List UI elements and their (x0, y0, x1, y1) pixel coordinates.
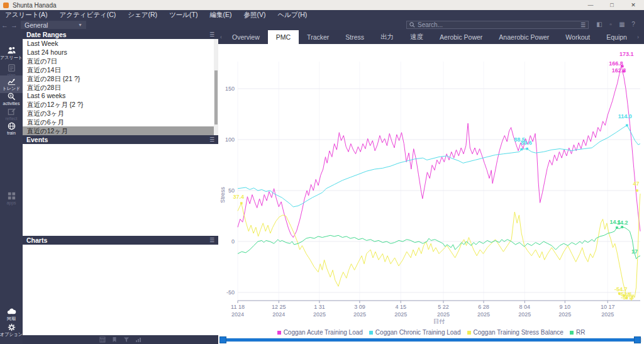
tab-scroll-right-icon[interactable]: › (635, 34, 641, 40)
menu-item[interactable]: 編集(E) (210, 11, 232, 19)
date-slider-handle-right[interactable] (634, 336, 641, 343)
date-range-item[interactable]: 直近の6ヶ月 (23, 118, 214, 126)
sidebar-item-athlete[interactable]: アスリート (0, 46, 23, 62)
date-range-item[interactable]: 直近の28日 {21 ?} (23, 74, 214, 83)
filter-icon[interactable] (123, 336, 130, 343)
events-menu-icon[interactable]: ☰ (209, 136, 214, 143)
pmc-chart-area[interactable]: 150100500-50Stress11 18202412 2520241 31… (218, 44, 644, 344)
date-ranges-title: Date Ranges (26, 31, 67, 38)
tab-anaerobic-power[interactable]: Anaerobic Power (491, 30, 557, 44)
legend-item[interactable]: RR (570, 329, 585, 336)
close-button[interactable]: ✕ (623, 0, 644, 10)
date-range-item[interactable]: 直近の12ヶ月 (23, 126, 214, 135)
calendar-icon[interactable] (99, 336, 106, 343)
date-range-item[interactable]: Last 24 hours (23, 48, 214, 57)
tab--[interactable]: 速度 (402, 30, 431, 44)
search-input[interactable]: Search... ☰ (406, 21, 589, 29)
perspective-select[interactable]: General ▼ (21, 21, 86, 29)
sidebar-item-label: reflect (0, 116, 23, 121)
toggle-sidebar-icon[interactable]: ◧ (595, 21, 604, 29)
tab-scroll-left-icon[interactable]: ‹ (218, 34, 224, 40)
tab-pmc[interactable]: PMC (268, 30, 299, 44)
data-point-label: 166.8 (609, 60, 623, 67)
menu-item[interactable]: アクティビティ(C) (59, 11, 116, 19)
train-icon (7, 121, 16, 131)
charts-menu-icon[interactable]: ☰ (209, 237, 214, 243)
tab-aerobic-power[interactable]: Aerobic Power (431, 30, 491, 44)
x-tick-label-year: 2025 (601, 311, 614, 318)
date-range-item[interactable]: Last 6 weeks (23, 91, 214, 100)
x-tick-label-year: 2025 (437, 311, 450, 318)
date-range-item[interactable]: 直近の28日 (23, 83, 214, 92)
sidebar-item-activities[interactable]: activities (0, 92, 23, 108)
forward-button[interactable]: → (9, 21, 19, 29)
sidebar-item-apps[interactable]: apps (0, 191, 23, 208)
date-slider-handle-left[interactable] (219, 336, 226, 343)
toggle-lowbar-icon[interactable]: ▫ (606, 21, 615, 29)
legend-label: Coggan Chronic Training Load (375, 329, 461, 336)
series-line-1 (238, 125, 640, 207)
maximize-button[interactable]: □ (601, 0, 623, 10)
sidebar-item-train[interactable]: train (0, 121, 23, 138)
charts-list[interactable] (23, 245, 218, 335)
activities-icon (7, 92, 16, 101)
menu-item[interactable]: アスリート(A) (5, 11, 47, 19)
charts-header: Charts ☰ (23, 236, 218, 245)
back-button[interactable]: ← (0, 21, 9, 29)
legend-label: Coggan Acute Training Load (284, 329, 363, 336)
bookmark-icon[interactable] (111, 336, 118, 343)
menu-item[interactable]: ツール(T) (169, 11, 197, 19)
series-line-2 (238, 194, 640, 301)
sidebar-item-options[interactable]: オプション (0, 323, 23, 339)
data-point-label: 89.6 (521, 140, 532, 146)
x-axis-title: 日付 (433, 318, 445, 325)
help-icon[interactable]: ? (629, 21, 638, 29)
sidebar-item-trends[interactable]: トレンド (0, 75, 23, 93)
legend-item[interactable]: Coggan Training Stress Balance (467, 329, 564, 336)
x-tick-label: 3 09 (354, 304, 365, 310)
legend-item[interactable]: Coggan Chronic Training Load (369, 329, 461, 336)
date-range-item[interactable]: 直近の14日 (23, 65, 214, 74)
x-tick-label: 12 25 (272, 304, 286, 310)
data-point-marker (636, 189, 638, 192)
sidebar-item-sync[interactable]: 同期 (0, 307, 23, 323)
chart-legend: Coggan Acute Training LoadCoggan Chronic… (218, 328, 644, 336)
tab-equipn[interactable]: Equipn (598, 30, 635, 44)
x-tick-label-year: 2025 (558, 311, 571, 318)
date-ranges-menu-icon[interactable]: ☰ (209, 31, 214, 38)
tab-workout[interactable]: Workout (557, 30, 598, 44)
menu-item[interactable]: 参照(V) (244, 11, 266, 19)
legend-swatch (467, 331, 471, 335)
date-range-item[interactable]: 直近の3ヶ月 (23, 109, 214, 118)
sidebar-item-label: トレンド (0, 86, 23, 91)
events-list[interactable] (23, 144, 218, 236)
tab-bar: ‹ OverviewPMCTrackerStress出力速度Aerobic Po… (218, 30, 644, 44)
date-range-item[interactable]: Last Week (23, 39, 214, 48)
app-sidebar: アスリートplanトレンドactivitiesreflecttrainapps同… (0, 30, 23, 344)
pmc-chart-canvas[interactable]: 150100500-50Stress11 18202412 2520241 31… (218, 44, 644, 327)
tab-tracker[interactable]: Tracker (299, 30, 337, 44)
menu-item[interactable]: ヘルプ(H) (278, 11, 308, 19)
minimize-button[interactable]: — (580, 0, 601, 10)
chart-icon[interactable] (135, 336, 142, 343)
add-chart-button[interactable]: + (641, 33, 644, 41)
menu-item[interactable]: シェア(R) (128, 11, 157, 19)
search-menu-icon[interactable]: ☰ (580, 22, 586, 28)
date-range-item[interactable]: 直近の12ヶ月 {2 ?} (23, 100, 214, 109)
tab-stress[interactable]: Stress (337, 30, 372, 44)
app-logo-icon (3, 3, 9, 8)
series-line-0 (238, 65, 640, 238)
date-ranges-header: Date Ranges ☰ (23, 30, 218, 39)
x-tick-label-year: 2025 (518, 311, 531, 318)
date-slider-bar[interactable] (221, 338, 638, 341)
tab-overview[interactable]: Overview (224, 30, 268, 44)
date-ranges-scrollbar[interactable] (214, 39, 218, 135)
date-range-item[interactable]: 直近の7日 (23, 57, 214, 65)
left-panel-toolbar (23, 335, 218, 344)
x-tick-label: 5 22 (438, 304, 449, 310)
tile-view-icon[interactable]: ▦ (618, 21, 626, 29)
data-point-label: 17 (631, 248, 638, 255)
scrollbar-thumb[interactable] (214, 70, 218, 125)
tab--[interactable]: 出力 (372, 30, 402, 44)
legend-item[interactable]: Coggan Acute Training Load (277, 329, 363, 336)
